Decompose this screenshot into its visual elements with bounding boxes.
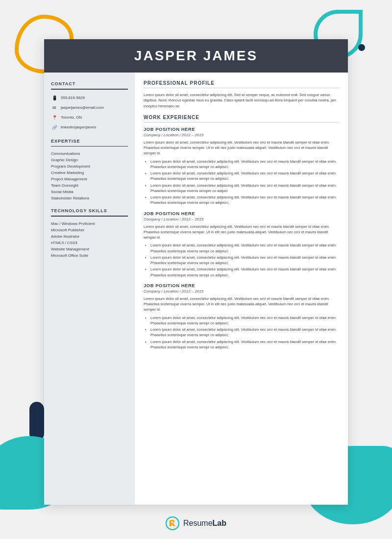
- expertise-title: EXPERTISE: [51, 139, 128, 144]
- list-item: Program Development: [51, 164, 128, 169]
- list-item: Microsoft Publisher: [51, 228, 128, 232]
- resumelab-logo-icon: [166, 516, 179, 530]
- list-item: Project Management: [51, 177, 128, 181]
- contact-linkedin: 🔗 linkedin/jasperjames: [51, 124, 128, 131]
- profile-divider: [144, 88, 339, 88]
- list-item: Social Media: [51, 190, 128, 194]
- linkedin-text: linkedin/jasperjames: [61, 125, 96, 129]
- list-item: Lorem ipsum dolor sit amet, consectetur …: [150, 195, 339, 206]
- work-section-title: WORK EXPERIENCE: [144, 115, 339, 120]
- list-item: Lorem ipsum dolor sit amet, consectetur …: [150, 327, 339, 338]
- linkedin-icon: 🔗: [51, 124, 58, 131]
- list-item: Creative Marketing: [51, 171, 128, 175]
- job-block-2: JOB POSITION HERE Company / Location / 2…: [144, 211, 339, 278]
- contact-title: CONTACT: [51, 81, 128, 86]
- tech-title: TECHNOLOGY SKILLS: [51, 208, 128, 213]
- resume-document: JASPER JAMES CONTACT 📱 555.819.5929 ✉ ja…: [44, 39, 348, 505]
- list-item: Adobe Illustrator: [51, 234, 128, 239]
- list-item: Microsoft Office Suite: [51, 253, 128, 258]
- resume-body: CONTACT 📱 555.819.5929 ✉ jasperjames@ema…: [44, 73, 348, 505]
- email-text: jasperjames@email.com: [61, 105, 104, 110]
- phone-text: 555.819.5929: [61, 96, 85, 100]
- main-content: PROFESSIONAL PROFILE Lorem ipsum dolor s…: [135, 73, 348, 505]
- list-item: Lorem ipsum dolor sit amet, consectetur …: [150, 267, 339, 278]
- list-item: Mac / Windows Proficient: [51, 221, 128, 226]
- decorative-navy-bar: [29, 402, 44, 441]
- phone-icon: 📱: [51, 95, 58, 101]
- list-item: Lorem ipsum dolor sit amet, consectetur …: [150, 159, 339, 170]
- profile-section-title: PROFESSIONAL PROFILE: [144, 80, 339, 86]
- profile-text: Lorem ipsum dolor sit amet, consectetur …: [144, 92, 339, 109]
- profile-section: PROFESSIONAL PROFILE Lorem ipsum dolor s…: [144, 80, 339, 109]
- job-block-3: JOB POSITION HERE Company / Location / 2…: [144, 283, 339, 350]
- job-desc-3: Lorem ipsum dolor sit amet, consectetur …: [144, 296, 339, 313]
- job-desc-1: Lorem ipsum dolor sit amet, consectetur …: [144, 140, 339, 156]
- tech-list: Mac / Windows Proficient Microsoft Publi…: [51, 221, 128, 258]
- job-company-2: Company / Location / 2012 – 2015: [144, 217, 339, 221]
- job-desc-2: Lorem ipsum dolor sit amet, consectetur …: [144, 224, 339, 241]
- job-title-2: JOB POSITION HERE: [144, 211, 339, 216]
- job-title-1: JOB POSITION HERE: [144, 126, 339, 132]
- expertise-divider: [51, 146, 128, 147]
- list-item: Lorem ipsum dolor sit amet, consectetur …: [150, 243, 339, 254]
- decorative-dot: [358, 44, 365, 51]
- work-divider: [144, 122, 339, 122]
- email-icon: ✉: [51, 104, 58, 111]
- list-item: Lorem ipsum dolor sit amet, consectetur …: [150, 171, 339, 182]
- list-item: Communications: [51, 151, 128, 156]
- contact-section: CONTACT 📱 555.819.5929 ✉ jasperjames@ema…: [51, 81, 128, 131]
- branding-label: ResumeLab: [183, 519, 226, 528]
- list-item: HTML5 / CSS3: [51, 241, 128, 245]
- list-item: Graphic Design: [51, 158, 128, 162]
- contact-phone: 📱 555.819.5929: [51, 95, 128, 101]
- job-bullets-1: Lorem ipsum dolor sit amet, consectetur …: [150, 159, 339, 206]
- resume-header: JASPER JAMES: [44, 39, 348, 73]
- tech-divider: [51, 216, 128, 217]
- expertise-list: Communications Graphic Design Program De…: [51, 151, 128, 200]
- list-item: Team Oversight: [51, 183, 128, 188]
- location-icon: 📍: [51, 114, 58, 121]
- job-block-1: JOB POSITION HERE Company / Location / 2…: [144, 126, 339, 206]
- expertise-section: EXPERTISE Communications Graphic Design …: [51, 139, 128, 201]
- work-section: WORK EXPERIENCE JOB POSITION HERE Compan…: [144, 115, 339, 350]
- branding-bold: Lab: [213, 519, 226, 527]
- contact-divider: [51, 89, 128, 90]
- list-item: Website Management: [51, 247, 128, 251]
- tech-section: TECHNOLOGY SKILLS Mac / Windows Proficie…: [51, 208, 128, 258]
- list-item: Lorem ipsum dolor sit amet, consectetur …: [150, 315, 339, 326]
- list-item: Lorem ipsum dolor sit amet, consectetur …: [150, 183, 339, 194]
- branding-section: ResumeLab: [166, 516, 226, 530]
- resume-sidebar: CONTACT 📱 555.819.5929 ✉ jasperjames@ema…: [44, 73, 135, 505]
- location-text: Toronto, ON: [61, 115, 82, 120]
- job-bullets-3: Lorem ipsum dolor sit amet, consectetur …: [150, 315, 339, 350]
- contact-email: ✉ jasperjames@email.com: [51, 104, 128, 111]
- list-item: Lorem ipsum dolor sit amet, consectetur …: [150, 339, 339, 350]
- job-company-3: Company / Location / 2012 – 2015: [144, 289, 339, 294]
- contact-location: 📍 Toronto, ON: [51, 114, 128, 121]
- job-title-3: JOB POSITION HERE: [144, 283, 339, 288]
- list-item: Stakeholder Relations: [51, 196, 128, 200]
- list-item: Lorem ipsum dolor sit amet, consectetur …: [150, 255, 339, 266]
- job-company-1: Company / Location / 2012 – 2015: [144, 133, 339, 137]
- candidate-name: JASPER JAMES: [54, 48, 338, 64]
- job-bullets-2: Lorem ipsum dolor sit amet, consectetur …: [150, 243, 339, 278]
